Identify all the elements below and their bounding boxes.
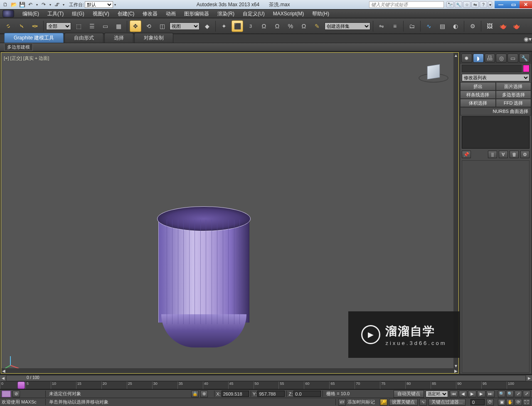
maximize-viewport-icon[interactable]: ⛶ — [523, 399, 530, 406]
rotate-tool[interactable]: ⟲ — [143, 20, 155, 32]
time-tag-label[interactable]: 添加时间标记 — [347, 399, 375, 405]
remove-modifier-icon[interactable]: 🗑 — [510, 151, 519, 158]
render-last-tool[interactable]: 🫖 — [510, 20, 522, 32]
ribbon-tab-freeform[interactable]: 自由形式 — [64, 33, 103, 43]
named-sel-edit-tool[interactable]: ✎ — [311, 20, 323, 32]
select-object-tool[interactable]: ⬚ — [73, 20, 84, 32]
next-frame-icon[interactable]: ▶ — [477, 391, 485, 397]
move-tool[interactable]: ✥ — [130, 20, 141, 32]
key-filters-button[interactable]: 关键点过滤器... — [429, 399, 466, 406]
search-input[interactable] — [369, 1, 444, 8]
key-mode-icon[interactable]: ∿ — [419, 399, 427, 406]
spinner-snap-tool[interactable]: Ω — [271, 20, 283, 32]
app-menu-icon[interactable] — [2, 10, 14, 17]
mirror-tool[interactable]: ⇋ — [376, 20, 387, 32]
workspace-drop-icon[interactable]: ▾ — [113, 1, 117, 8]
render-production-tool[interactable]: 🫖 — [497, 20, 509, 32]
trackbar-right-icon[interactable]: ▶ — [526, 375, 532, 381]
link-icon[interactable]: 🖇 — [53, 1, 61, 8]
magnet-icon[interactable]: Ω — [298, 20, 310, 32]
unlink-tool[interactable] — [16, 20, 27, 32]
maximize-button[interactable]: ▭ — [507, 1, 520, 8]
percent-icon[interactable]: % — [285, 20, 296, 32]
cp-hierarchy-tab[interactable]: 品 — [485, 54, 495, 63]
selection-filter-select[interactable]: 全部 — [46, 22, 71, 30]
modifier-list-select[interactable]: 修改器列表 — [462, 74, 530, 81]
exchange-icon[interactable]: ⇆ — [471, 1, 479, 8]
redo-drop-icon[interactable]: ▾ — [48, 1, 52, 8]
schematic-view-tool[interactable]: ▤ — [436, 20, 448, 32]
cp-create-tab[interactable]: ✹ — [461, 54, 472, 63]
menu-maxscript[interactable]: MAXScript(M) — [269, 11, 308, 17]
viewport-label[interactable]: [+] [正交] [真实 + 边面] — [4, 55, 49, 61]
qat-drop-icon[interactable]: ▾ — [62, 1, 66, 8]
menu-group[interactable]: 组(G) — [68, 10, 88, 17]
btn-patchsel[interactable]: 面片选择 — [496, 82, 532, 90]
manipulate-tool[interactable]: ✦ — [218, 20, 230, 32]
ref-coord-select[interactable]: 视图 — [170, 22, 200, 30]
named-selection-select[interactable]: 创建选择集 — [325, 22, 370, 30]
time-config-icon[interactable]: ⏱ — [486, 399, 494, 406]
prev-frame-icon[interactable]: ◀ — [459, 391, 467, 397]
menu-tools[interactable]: 工具(T) — [43, 10, 68, 17]
scroll-up-icon[interactable]: ▲ — [453, 53, 458, 58]
curve-editor-tool[interactable]: ∿ — [423, 20, 435, 32]
scroll-down-icon[interactable]: ▼ — [453, 363, 458, 368]
snap-toggle-tool[interactable]: ⬛ — [232, 20, 243, 32]
pivot-center-tool[interactable]: ◆ — [201, 20, 213, 32]
ribbon-tab-selection[interactable]: 选择 — [104, 33, 133, 43]
layer-manager-tool[interactable]: 🗂 — [406, 20, 418, 32]
redo-icon[interactable]: ↷ — [40, 1, 47, 8]
ribbon-tab-graphite[interactable]: Graphite 建模工具 — [4, 33, 64, 43]
btn-nurbs[interactable]: NURBS 曲面选择 — [460, 107, 531, 115]
isolate-toggle-icon[interactable]: ⊘ — [12, 391, 20, 397]
btn-polysel[interactable]: 多边形选择 — [496, 90, 532, 99]
configure-sets-icon[interactable]: ⚙ — [520, 151, 530, 158]
scroll-right-icon[interactable]: ▶ — [453, 368, 458, 373]
make-unique-icon[interactable]: ∀ — [499, 151, 508, 158]
btn-extrude[interactable]: 挤出 — [460, 82, 496, 90]
zoom-extents-all-icon[interactable]: ⤢ — [523, 391, 530, 397]
show-end-result-icon[interactable]: || — [488, 151, 497, 158]
render-frame-tool[interactable]: 🖼 — [484, 20, 495, 32]
menu-animation[interactable]: 动画 — [162, 10, 180, 17]
save-icon[interactable]: 💾 — [18, 1, 26, 8]
cp-display-tab[interactable]: ▭ — [507, 54, 518, 63]
new-icon[interactable]: 🗋 — [2, 1, 9, 8]
menu-create[interactable]: 创建(C) — [113, 10, 139, 17]
selection-lock-icon[interactable]: 🔒 — [191, 391, 199, 397]
help-icon[interactable]: ? — [480, 1, 487, 8]
scroll-left-icon[interactable]: ◀ — [1, 368, 6, 373]
percent-snap-tool[interactable]: Ω — [258, 20, 270, 32]
menu-render[interactable]: 渲染(R) — [213, 10, 239, 17]
menu-modifiers[interactable]: 修改器 — [138, 10, 162, 17]
viewport-h-scrollbar[interactable]: ◀ ▶ — [1, 368, 458, 373]
select-region-rect-tool[interactable]: ▭ — [99, 20, 111, 32]
play-icon[interactable]: ▶ — [468, 391, 476, 397]
orbit-icon[interactable]: ⟳ — [515, 399, 522, 406]
goto-end-icon[interactable]: ⏭ — [486, 391, 495, 397]
bind-spacewarp-tool[interactable] — [29, 20, 41, 32]
scale-tool[interactable]: ◫ — [156, 20, 168, 32]
set-key-button[interactable]: 设置关键点 — [389, 399, 418, 406]
pin-stack-icon[interactable]: 📌 — [462, 151, 471, 158]
undo-icon[interactable]: ↶ — [27, 1, 34, 8]
align-tool[interactable]: ≡ — [389, 20, 401, 32]
zoom-all-icon[interactable]: 🔍 — [506, 391, 514, 397]
menu-view[interactable]: 视图(V) — [89, 10, 113, 17]
time-tag-icon[interactable]: 🏷 — [338, 399, 346, 406]
select-by-name-tool[interactable]: ☰ — [86, 20, 98, 32]
trackbar-left-icon[interactable]: ◀ — [0, 375, 6, 381]
btn-volsel[interactable]: 体积选择 — [460, 99, 496, 107]
open-icon[interactable]: 📂 — [10, 1, 17, 8]
menu-customize[interactable]: 自定义(U) — [239, 10, 269, 17]
link-tool[interactable] — [2, 20, 14, 32]
object-name-input[interactable] — [462, 65, 522, 72]
menu-grapheditors[interactable]: 图形编辑器 — [180, 10, 213, 17]
coord-z-input[interactable] — [293, 391, 321, 397]
render-setup-tool[interactable]: ⚙ — [467, 20, 478, 32]
undo-drop-icon[interactable]: ▾ — [35, 1, 39, 8]
ribbon-tab-objectpaint[interactable]: 对象绘制 — [134, 33, 173, 43]
pan-icon[interactable]: ✋ — [506, 399, 514, 406]
window-crossing-tool[interactable]: ▦ — [113, 20, 124, 32]
